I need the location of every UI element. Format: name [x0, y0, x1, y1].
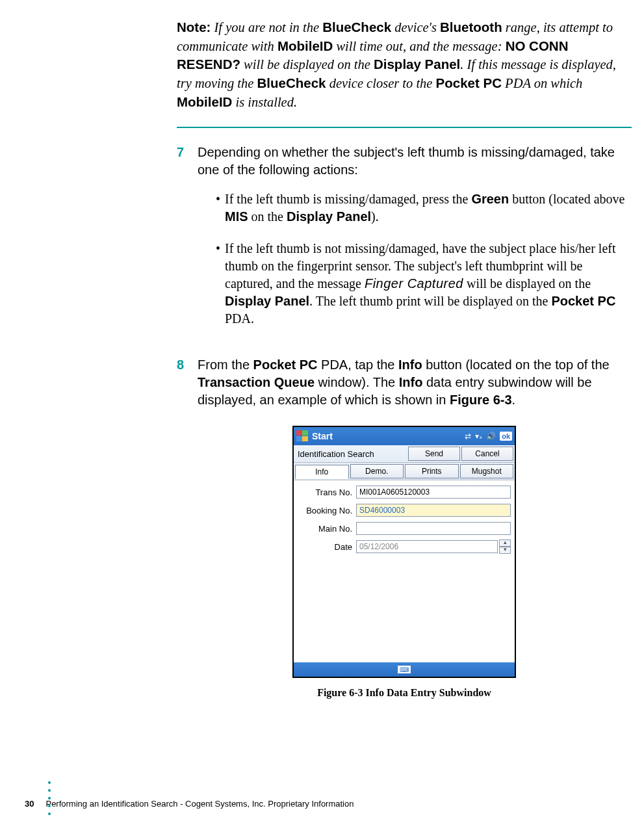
- field-booking-no[interactable]: SD46000003: [356, 504, 511, 517]
- signal-icon[interactable]: ▾ₓ: [475, 432, 482, 441]
- spinner-down-icon[interactable]: ▾: [499, 547, 511, 554]
- keyboard-icon[interactable]: ⌨: [397, 665, 411, 674]
- ok-button[interactable]: ok: [500, 432, 512, 441]
- device-bottom-bar: ⌨: [294, 662, 515, 677]
- field-main-no[interactable]: [356, 522, 511, 535]
- step-7-bullets: • If the left thumb is missing/damaged, …: [198, 190, 632, 328]
- device-titlebar: Start ⇄ ▾ₓ 🔊 ok: [294, 427, 515, 445]
- bullet-dot: •: [216, 190, 225, 226]
- field-trans-no[interactable]: MI001A0605120003: [356, 486, 511, 499]
- bullet-text: If the left thumb is missing/damaged, pr…: [225, 190, 632, 226]
- row-trans-no: Trans No. MI001A0605120003: [295, 484, 511, 500]
- bullet-item: • If the left thumb is not missing/damag…: [216, 240, 632, 328]
- footer-text: Performing an Identification Search - Co…: [45, 799, 354, 809]
- tab-prints[interactable]: Prints: [405, 464, 459, 478]
- device-blank-area: [294, 560, 515, 662]
- row-main-no: Main No.: [295, 521, 511, 536]
- bullet-item: • If the left thumb is missing/damaged, …: [216, 190, 632, 226]
- page: Note: If you are not in the BlueCheck de…: [0, 0, 644, 819]
- tabs-row: Info Demo. Prints Mugshot: [294, 463, 515, 480]
- note-text: Note: If you are not in the BlueCheck de…: [177, 18, 632, 111]
- bullet-dot: •: [216, 240, 225, 328]
- content-column: Note: If you are not in the BlueCheck de…: [177, 18, 632, 699]
- cancel-button[interactable]: Cancel: [461, 447, 513, 461]
- label-booking-no: Booking No.: [295, 506, 356, 515]
- step-number-8: 8: [177, 356, 198, 409]
- label-trans-no: Trans No.: [295, 488, 356, 497]
- step-8: 8 From the Pocket PC PDA, tap the Info b…: [177, 356, 632, 409]
- footer: 30 Performing an Identification Search -…: [25, 799, 354, 809]
- device-header-row: Identification Search Send Cancel: [294, 445, 515, 463]
- start-label[interactable]: Start: [312, 431, 333, 441]
- identification-search-label: Identification Search: [294, 445, 408, 462]
- date-spinner[interactable]: ▴ ▾: [499, 540, 511, 554]
- send-button[interactable]: Send: [408, 447, 460, 461]
- tab-info[interactable]: Info: [295, 465, 349, 479]
- figure-caption: Figure 6-3 Info Data Entry Subwindow: [177, 687, 632, 699]
- figure-6-3: Start ⇄ ▾ₓ 🔊 ok Identification Search Se…: [177, 426, 632, 678]
- windows-flag-icon: [296, 430, 309, 442]
- titlebar-icons: ⇄ ▾ₓ 🔊 ok: [465, 432, 512, 441]
- form-area: Trans No. MI001A0605120003 Booking No. S…: [294, 480, 515, 560]
- tab-mugshot[interactable]: Mugshot: [460, 464, 514, 478]
- connectivity-icon[interactable]: ⇄: [465, 432, 471, 441]
- step-7: 7 Depending on whether the subject's lef…: [177, 144, 632, 342]
- step-8-body: From the Pocket PC PDA, tap the Info but…: [198, 356, 632, 409]
- step-7-body: Depending on whether the subject's left …: [198, 144, 632, 342]
- bullet-text: If the left thumb is not missing/damaged…: [225, 240, 632, 328]
- label-main-no: Main No.: [295, 524, 356, 534]
- pocket-pc-device: Start ⇄ ▾ₓ 🔊 ok Identification Search Se…: [292, 426, 516, 678]
- field-date[interactable]: 05/12/2006: [356, 540, 498, 553]
- note-block: Note: If you are not in the BlueCheck de…: [177, 18, 632, 120]
- row-booking-no: Booking No. SD46000003: [295, 502, 511, 518]
- note-label: Note:: [177, 20, 211, 34]
- row-date: Date 05/12/2006 ▴ ▾: [295, 539, 511, 554]
- divider: [177, 127, 632, 128]
- tab-demo[interactable]: Demo.: [350, 464, 404, 478]
- decorative-dots: [48, 781, 51, 815]
- label-date: Date: [295, 542, 356, 552]
- step-number-7: 7: [177, 144, 198, 342]
- page-number: 30: [25, 799, 34, 809]
- speaker-icon[interactable]: 🔊: [486, 432, 496, 441]
